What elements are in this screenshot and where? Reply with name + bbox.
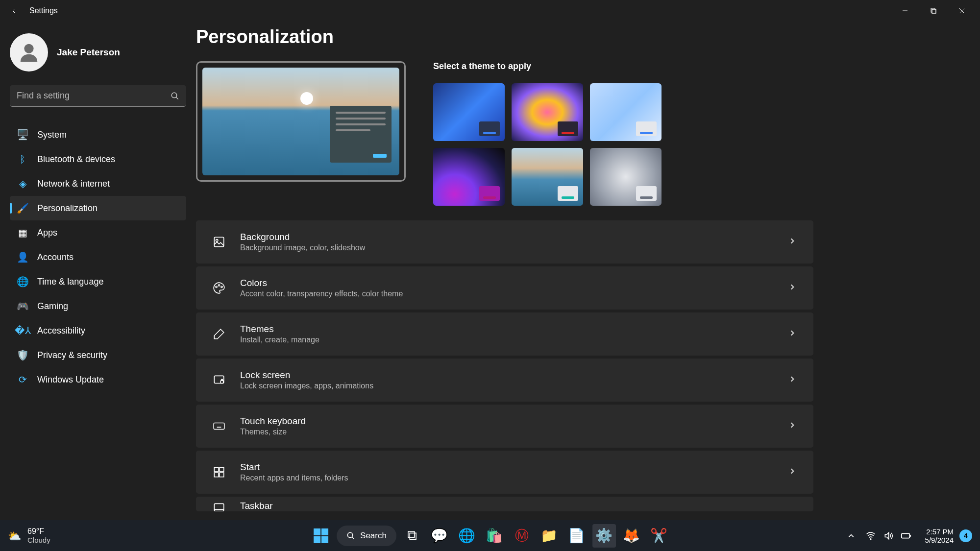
update-icon: ⟳ — [17, 374, 28, 385]
setting-taskbar[interactable]: Taskbar — [196, 497, 813, 511]
svg-rect-26 — [214, 503, 224, 511]
theme-option-2[interactable] — [512, 83, 583, 141]
snipping-icon[interactable]: ✂️ — [647, 524, 671, 548]
explorer-icon[interactable]: 📁 — [538, 524, 561, 548]
nav-item-time[interactable]: 🌐Time & language — [10, 269, 186, 294]
user-profile[interactable]: Jake Peterson — [10, 33, 186, 72]
svg-rect-9 — [214, 237, 224, 247]
accounts-icon: 👤 — [17, 251, 28, 263]
edge-icon[interactable]: 🌐 — [455, 524, 479, 548]
content: Personalization Select a theme to apply — [196, 22, 980, 520]
taskbar-icon — [212, 501, 226, 511]
setting-list: BackgroundBackground image, color, slide… — [196, 220, 833, 511]
battery-icon — [900, 529, 912, 542]
svg-rect-24 — [214, 473, 219, 477]
avatar — [10, 33, 48, 72]
back-button[interactable] — [4, 1, 24, 21]
themes-icon — [212, 327, 226, 341]
minimize-button[interactable] — [891, 2, 919, 20]
svg-rect-22 — [214, 467, 219, 472]
theme-heading: Select a theme to apply — [433, 61, 960, 72]
search-input[interactable] — [10, 85, 186, 107]
nav-item-accounts[interactable]: 👤Accounts — [10, 245, 186, 269]
nav-item-network[interactable]: ◈Network & internet — [10, 171, 186, 196]
taskbar: ⛅ 69°F Cloudy Search ⧉ 💬 🌐 🛍️ Ⓜ 📁 📄 ⚙️ 🦊… — [0, 520, 980, 551]
svg-point-6 — [24, 44, 33, 53]
titlebar-title: Settings — [29, 6, 58, 15]
colors-icon — [212, 281, 226, 295]
store-icon[interactable]: 🛍️ — [483, 524, 506, 548]
start-button[interactable] — [309, 524, 333, 548]
nav-item-privacy[interactable]: 🛡️Privacy & security — [10, 343, 186, 367]
search-box — [10, 85, 186, 107]
svg-point-12 — [218, 285, 220, 286]
firefox-icon[interactable]: 🦊 — [620, 524, 643, 548]
settings-icon[interactable]: ⚙️ — [592, 524, 616, 548]
setting-touchkeyboard[interactable]: Touch keyboardThemes, size — [196, 405, 813, 448]
nav-item-bluetooth[interactable]: ᛒBluetooth & devices — [10, 147, 186, 171]
setting-background[interactable]: BackgroundBackground image, color, slide… — [196, 220, 813, 264]
theme-option-1[interactable] — [433, 83, 505, 141]
theme-option-5[interactable] — [512, 148, 583, 206]
username: Jake Peterson — [57, 47, 120, 58]
system-icon: 🖥️ — [17, 129, 28, 141]
chevron-right-icon — [789, 468, 798, 477]
background-icon — [212, 235, 226, 249]
keyboard-icon — [212, 419, 226, 433]
notification-badge[interactable]: 4 — [959, 529, 972, 542]
bluetooth-icon: ᛒ — [17, 153, 28, 165]
gaming-icon: 🎮 — [17, 300, 28, 312]
chevron-right-icon — [789, 284, 798, 292]
tray-network-sound-battery[interactable] — [859, 527, 917, 544]
svg-rect-23 — [220, 467, 224, 472]
wifi-icon — [864, 529, 877, 542]
mcafee-icon[interactable]: Ⓜ — [510, 524, 534, 548]
task-view-icon[interactable]: ⧉ — [400, 524, 424, 548]
theme-option-3[interactable] — [590, 83, 662, 141]
document-icon[interactable]: 📄 — [565, 524, 588, 548]
close-button[interactable] — [948, 2, 976, 20]
theme-option-4[interactable] — [433, 148, 505, 206]
theme-option-6[interactable] — [590, 148, 662, 206]
nav-item-gaming[interactable]: 🎮Gaming — [10, 294, 186, 318]
system-tray: 2:57 PM 5/9/2024 4 — [845, 527, 972, 544]
nav-item-system[interactable]: 🖥️System — [10, 122, 186, 147]
weather-widget[interactable]: ⛅ 69°F Cloudy — [8, 527, 50, 544]
svg-rect-25 — [220, 473, 224, 477]
taskbar-center: Search ⧉ 💬 🌐 🛍️ Ⓜ 📁 📄 ⚙️ 🦊 ✂️ — [309, 524, 671, 548]
setting-lockscreen[interactable]: Lock screenLock screen images, apps, ani… — [196, 359, 813, 402]
network-icon: ◈ — [17, 178, 28, 190]
lockscreen-icon — [212, 373, 226, 387]
setting-themes[interactable]: ThemesInstall, create, manage — [196, 312, 813, 356]
weather-icon: ⛅ — [8, 530, 23, 542]
chevron-right-icon — [789, 238, 798, 246]
personalization-icon: 🖌️ — [17, 202, 28, 214]
time-icon: 🌐 — [17, 276, 28, 287]
nav-list: 🖥️System ᛒBluetooth & devices ◈Network &… — [10, 122, 186, 392]
svg-rect-31 — [901, 533, 909, 538]
svg-point-30 — [870, 538, 871, 539]
setting-start[interactable]: StartRecent apps and items, folders — [196, 451, 813, 494]
nav-item-personalization[interactable]: 🖌️Personalization — [10, 196, 186, 220]
maximize-button[interactable] — [919, 2, 948, 20]
setting-colors[interactable]: ColorsAccent color, transparency effects… — [196, 266, 813, 310]
window-controls — [891, 2, 976, 20]
nav-item-accessibility[interactable]: �⅄Accessibility — [10, 318, 186, 343]
taskbar-search[interactable]: Search — [337, 526, 396, 546]
accessibility-icon: �⅄ — [17, 325, 28, 336]
chevron-right-icon — [789, 376, 798, 384]
theme-grid — [433, 83, 668, 206]
titlebar: Settings — [0, 0, 980, 22]
start-icon — [212, 465, 226, 479]
svg-point-10 — [216, 240, 218, 241]
nav-item-update[interactable]: ⟳Windows Update — [10, 367, 186, 392]
chat-icon[interactable]: 💬 — [428, 524, 451, 548]
tray-chevron-icon[interactable] — [845, 529, 858, 542]
chevron-right-icon — [789, 422, 798, 431]
theme-select: Select a theme to apply — [433, 61, 960, 206]
svg-rect-16 — [214, 423, 224, 430]
tray-clock[interactable]: 2:57 PM 5/9/2024 — [925, 527, 954, 544]
page-title: Personalization — [196, 26, 960, 48]
svg-line-29 — [352, 537, 354, 539]
nav-item-apps[interactable]: ▦Apps — [10, 220, 186, 245]
